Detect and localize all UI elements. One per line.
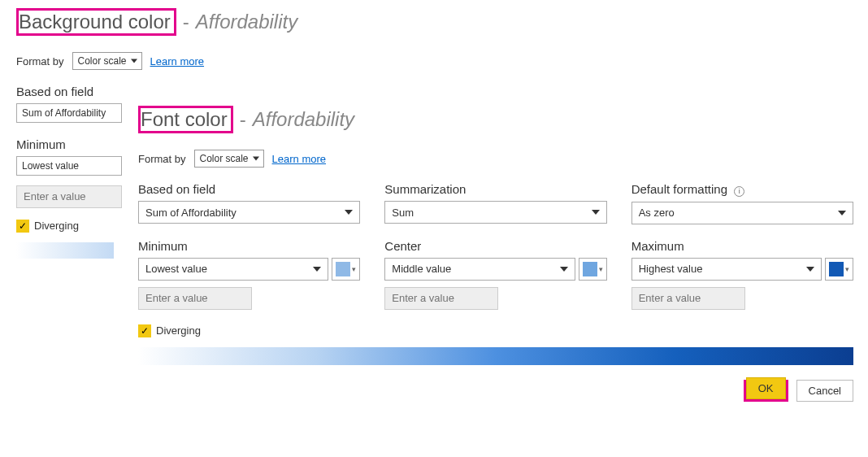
summarization-label: Summarization bbox=[384, 182, 606, 196]
maximum-color-picker[interactable]: ▾ bbox=[825, 258, 853, 281]
cancel-button[interactable]: Cancel bbox=[796, 380, 853, 402]
default-formatting-select[interactable]: As zero bbox=[631, 202, 853, 224]
dialog-title-row: Background color - Affordability bbox=[16, 8, 852, 36]
chevron-down-icon bbox=[838, 211, 846, 215]
format-by-row: Format by Color scale Learn more bbox=[16, 52, 852, 70]
color-swatch bbox=[336, 262, 350, 276]
summarization-select[interactable]: Sum bbox=[384, 201, 606, 224]
chevron-down-icon bbox=[592, 210, 600, 215]
chevron-down-icon: ▾ bbox=[599, 265, 603, 273]
diverging-checkbox[interactable]: ✓ bbox=[16, 220, 29, 233]
format-by-label: Format by bbox=[138, 153, 186, 165]
maximum-value-input[interactable] bbox=[631, 287, 745, 310]
based-on-field-label: Based on field bbox=[138, 182, 360, 196]
minimum-color-picker[interactable]: ▾ bbox=[332, 258, 360, 281]
dialog-subject: Affordability bbox=[196, 11, 297, 33]
default-formatting-label: Default formatting i bbox=[631, 182, 853, 197]
learn-more-link[interactable]: Learn more bbox=[272, 153, 326, 165]
field-row: Based on field Sum of Affordability Summ… bbox=[138, 182, 853, 224]
font-color-dialog: Font color - Affordability Format by Col… bbox=[138, 106, 853, 402]
format-by-label: Format by bbox=[16, 55, 64, 67]
minimum-value-input[interactable] bbox=[16, 185, 122, 208]
minimum-select[interactable]: Lowest value bbox=[138, 258, 328, 281]
based-on-field-select[interactable]: Sum of Affordability bbox=[138, 201, 360, 224]
color-swatch bbox=[583, 262, 597, 276]
gradient-preview bbox=[138, 347, 853, 365]
chevron-down-icon bbox=[345, 210, 353, 215]
center-select[interactable]: Middle value bbox=[384, 258, 575, 281]
diverging-row: ✓ Diverging bbox=[138, 324, 853, 337]
chevron-down-icon bbox=[560, 267, 568, 272]
dialog-title: Background color bbox=[16, 8, 176, 36]
format-by-row: Format by Color scale Learn more bbox=[138, 150, 853, 168]
format-by-select[interactable]: Color scale bbox=[194, 150, 264, 168]
ok-button[interactable]: OK bbox=[746, 377, 786, 399]
chevron-down-icon: ▾ bbox=[352, 265, 356, 273]
minimum-select[interactable]: Lowest value bbox=[16, 156, 122, 176]
center-value-input[interactable] bbox=[384, 287, 498, 310]
chevron-down-icon: ▾ bbox=[845, 265, 849, 273]
dialog-buttons: OK Cancel bbox=[138, 380, 853, 402]
learn-more-link[interactable]: Learn more bbox=[150, 55, 204, 67]
color-swatch bbox=[829, 262, 844, 276]
diverging-label: Diverging bbox=[156, 324, 201, 337]
title-separator: - bbox=[183, 11, 189, 33]
gradient-preview bbox=[16, 242, 114, 259]
maximum-select[interactable]: Highest value bbox=[631, 258, 822, 281]
title-separator: - bbox=[240, 108, 246, 131]
chevron-down-icon bbox=[806, 267, 814, 272]
based-on-field-label: Based on field bbox=[16, 85, 852, 98]
center-label: Center bbox=[384, 239, 606, 253]
center-color-picker[interactable]: ▾ bbox=[579, 258, 607, 281]
minimum-label: Minimum bbox=[138, 239, 360, 253]
dialog-title: Font color bbox=[138, 106, 233, 133]
diverging-checkbox[interactable]: ✓ bbox=[138, 324, 151, 337]
chevron-down-icon bbox=[313, 267, 321, 272]
minimum-value-input[interactable] bbox=[138, 287, 252, 310]
diverging-label: Diverging bbox=[34, 220, 79, 232]
maximum-label: Maximum bbox=[631, 239, 853, 253]
format-by-select[interactable]: Color scale bbox=[72, 52, 142, 70]
color-row: Minimum Lowest value ▾ Center Middle val… bbox=[138, 239, 853, 310]
info-icon[interactable]: i bbox=[734, 186, 744, 197]
dialog-subject: Affordability bbox=[253, 108, 354, 131]
based-on-field-select[interactable]: Sum of Affordability bbox=[16, 103, 122, 123]
dialog-title-row: Font color - Affordability bbox=[138, 106, 853, 133]
